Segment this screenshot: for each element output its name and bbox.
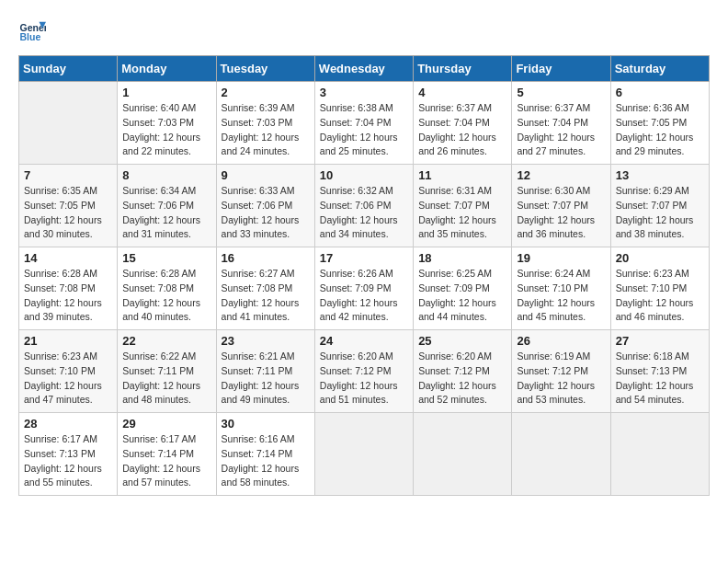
day-info: Sunrise: 6:31 AMSunset: 7:07 PMDaylight:… [418, 184, 506, 242]
day-number: 18 [418, 251, 506, 265]
day-info: Sunrise: 6:37 AMSunset: 7:04 PMDaylight:… [517, 101, 605, 159]
day-number: 4 [418, 86, 506, 99]
calendar-cell: 17Sunrise: 6:26 AMSunset: 7:09 PMDayligh… [314, 247, 413, 330]
column-header-saturday: Saturday [610, 56, 709, 82]
day-info: Sunrise: 6:24 AMSunset: 7:10 PMDaylight:… [517, 267, 605, 325]
calendar-cell: 30Sunrise: 6:16 AMSunset: 7:14 PMDayligh… [216, 413, 314, 496]
column-header-monday: Monday [118, 56, 216, 82]
day-number: 7 [24, 168, 112, 182]
calendar-cell: 28Sunrise: 6:17 AMSunset: 7:13 PMDayligh… [19, 413, 118, 496]
column-header-sunday: Sunday [19, 56, 118, 82]
day-number: 14 [24, 251, 112, 265]
day-number: 25 [418, 334, 506, 348]
day-info: Sunrise: 6:26 AMSunset: 7:09 PMDaylight:… [320, 267, 408, 325]
day-number: 19 [517, 251, 605, 265]
day-number: 24 [320, 334, 408, 348]
day-info: Sunrise: 6:29 AMSunset: 7:07 PMDaylight:… [616, 184, 704, 242]
week-row-1: 1Sunrise: 6:40 AMSunset: 7:03 PMDaylight… [19, 82, 710, 165]
calendar-cell [610, 413, 709, 496]
column-header-wednesday: Wednesday [314, 56, 413, 82]
day-number: 15 [122, 251, 210, 265]
day-number: 30 [222, 417, 310, 431]
day-number: 22 [122, 334, 210, 348]
day-number: 29 [122, 417, 210, 431]
day-info: Sunrise: 6:30 AMSunset: 7:07 PMDaylight:… [517, 184, 605, 242]
day-info: Sunrise: 6:22 AMSunset: 7:11 PMDaylight:… [122, 350, 210, 408]
page-header: General Blue [18, 18, 710, 46]
calendar-cell: 26Sunrise: 6:19 AMSunset: 7:12 PMDayligh… [512, 330, 610, 413]
day-info: Sunrise: 6:35 AMSunset: 7:05 PMDaylight:… [24, 184, 112, 242]
calendar-cell: 8Sunrise: 6:34 AMSunset: 7:06 PMDaylight… [118, 165, 216, 247]
day-info: Sunrise: 6:25 AMSunset: 7:09 PMDaylight:… [418, 267, 506, 325]
calendar-table: SundayMondayTuesdayWednesdayThursdayFrid… [18, 55, 710, 496]
calendar-cell: 27Sunrise: 6:18 AMSunset: 7:13 PMDayligh… [610, 330, 709, 413]
day-info: Sunrise: 6:17 AMSunset: 7:13 PMDaylight:… [24, 432, 112, 490]
calendar-cell: 12Sunrise: 6:30 AMSunset: 7:07 PMDayligh… [512, 165, 610, 247]
calendar-cell: 4Sunrise: 6:37 AMSunset: 7:04 PMDaylight… [414, 82, 512, 165]
day-info: Sunrise: 6:32 AMSunset: 7:06 PMDaylight:… [320, 184, 408, 242]
calendar-cell: 1Sunrise: 6:40 AMSunset: 7:03 PMDaylight… [118, 82, 216, 165]
day-info: Sunrise: 6:40 AMSunset: 7:03 PMDaylight:… [122, 101, 210, 159]
day-number: 23 [222, 334, 310, 348]
calendar-cell: 2Sunrise: 6:39 AMSunset: 7:03 PMDaylight… [216, 82, 314, 165]
calendar-cell: 29Sunrise: 6:17 AMSunset: 7:14 PMDayligh… [118, 413, 216, 496]
day-info: Sunrise: 6:38 AMSunset: 7:04 PMDaylight:… [320, 101, 408, 159]
calendar-cell: 11Sunrise: 6:31 AMSunset: 7:07 PMDayligh… [414, 165, 512, 247]
day-number: 20 [616, 251, 704, 265]
calendar-cell: 21Sunrise: 6:23 AMSunset: 7:10 PMDayligh… [19, 330, 118, 413]
day-number: 10 [320, 168, 408, 182]
column-header-friday: Friday [512, 56, 610, 82]
calendar-cell: 14Sunrise: 6:28 AMSunset: 7:08 PMDayligh… [19, 247, 118, 330]
calendar-cell: 24Sunrise: 6:20 AMSunset: 7:12 PMDayligh… [314, 330, 413, 413]
day-number: 27 [616, 334, 704, 348]
column-header-tuesday: Tuesday [216, 56, 314, 82]
day-info: Sunrise: 6:21 AMSunset: 7:11 PMDaylight:… [222, 350, 310, 408]
day-info: Sunrise: 6:39 AMSunset: 7:03 PMDaylight:… [222, 101, 310, 159]
calendar-cell: 20Sunrise: 6:23 AMSunset: 7:10 PMDayligh… [610, 247, 709, 330]
calendar-cell: 9Sunrise: 6:33 AMSunset: 7:06 PMDaylight… [216, 165, 314, 247]
day-number: 21 [24, 334, 112, 348]
day-info: Sunrise: 6:23 AMSunset: 7:10 PMDaylight:… [24, 350, 112, 408]
day-number: 12 [517, 168, 605, 182]
day-number: 16 [222, 251, 310, 265]
week-row-3: 14Sunrise: 6:28 AMSunset: 7:08 PMDayligh… [19, 247, 710, 330]
day-info: Sunrise: 6:36 AMSunset: 7:05 PMDaylight:… [616, 101, 704, 159]
calendar-cell: 6Sunrise: 6:36 AMSunset: 7:05 PMDaylight… [610, 82, 709, 165]
calendar-cell: 22Sunrise: 6:22 AMSunset: 7:11 PMDayligh… [118, 330, 216, 413]
week-row-5: 28Sunrise: 6:17 AMSunset: 7:13 PMDayligh… [19, 413, 710, 496]
day-info: Sunrise: 6:28 AMSunset: 7:08 PMDaylight:… [24, 267, 112, 325]
day-number: 2 [222, 86, 310, 99]
logo-icon: General Blue [18, 18, 46, 46]
calendar-cell: 18Sunrise: 6:25 AMSunset: 7:09 PMDayligh… [414, 247, 512, 330]
column-header-thursday: Thursday [414, 56, 512, 82]
day-number: 8 [122, 168, 210, 182]
day-info: Sunrise: 6:27 AMSunset: 7:08 PMDaylight:… [222, 267, 310, 325]
day-number: 13 [616, 168, 704, 182]
calendar-cell: 3Sunrise: 6:38 AMSunset: 7:04 PMDaylight… [314, 82, 413, 165]
calendar-cell [314, 413, 413, 496]
calendar-cell [19, 82, 118, 165]
day-info: Sunrise: 6:34 AMSunset: 7:06 PMDaylight:… [122, 184, 210, 242]
week-row-4: 21Sunrise: 6:23 AMSunset: 7:10 PMDayligh… [19, 330, 710, 413]
calendar-cell: 19Sunrise: 6:24 AMSunset: 7:10 PMDayligh… [512, 247, 610, 330]
day-number: 9 [222, 168, 310, 182]
day-info: Sunrise: 6:20 AMSunset: 7:12 PMDaylight:… [418, 350, 506, 408]
day-info: Sunrise: 6:19 AMSunset: 7:12 PMDaylight:… [517, 350, 605, 408]
day-info: Sunrise: 6:16 AMSunset: 7:14 PMDaylight:… [222, 432, 310, 490]
day-number: 1 [122, 86, 210, 99]
day-info: Sunrise: 6:23 AMSunset: 7:10 PMDaylight:… [616, 267, 704, 325]
logo: General Blue [18, 18, 46, 46]
day-number: 11 [418, 168, 506, 182]
calendar-header-row: SundayMondayTuesdayWednesdayThursdayFrid… [19, 56, 710, 82]
calendar-cell: 7Sunrise: 6:35 AMSunset: 7:05 PMDaylight… [19, 165, 118, 247]
day-info: Sunrise: 6:28 AMSunset: 7:08 PMDaylight:… [122, 267, 210, 325]
calendar-cell: 15Sunrise: 6:28 AMSunset: 7:08 PMDayligh… [118, 247, 216, 330]
day-number: 28 [24, 417, 112, 431]
calendar-cell: 10Sunrise: 6:32 AMSunset: 7:06 PMDayligh… [314, 165, 413, 247]
day-number: 6 [616, 86, 704, 99]
day-number: 5 [517, 86, 605, 99]
calendar-cell: 5Sunrise: 6:37 AMSunset: 7:04 PMDaylight… [512, 82, 610, 165]
day-number: 17 [320, 251, 408, 265]
calendar-cell: 16Sunrise: 6:27 AMSunset: 7:08 PMDayligh… [216, 247, 314, 330]
calendar-cell: 13Sunrise: 6:29 AMSunset: 7:07 PMDayligh… [610, 165, 709, 247]
